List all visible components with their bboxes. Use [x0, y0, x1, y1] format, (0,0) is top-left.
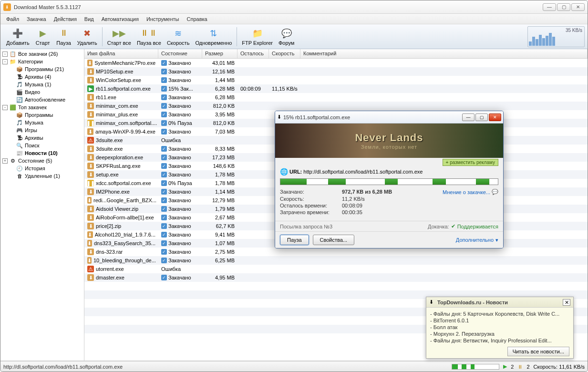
maximize-button[interactable]: ▢ — [557, 3, 570, 11]
dialog-minimize[interactable]: — — [462, 114, 475, 121]
news-item[interactable]: - Файлы дня: 5 Карточных Королевств, Dis… — [430, 310, 569, 317]
app-icon: ⬇ — [3, 3, 11, 11]
toolbar-separator — [102, 27, 103, 46]
toolbar-Удалить[interactable]: ✖Удалить — [74, 27, 100, 47]
file-icon: ▶ — [87, 85, 94, 92]
elap-label: Затрачено времени: — [280, 209, 342, 215]
toolbar-Пауза все[interactable]: ⏸⏸Пауза все — [134, 27, 164, 47]
status-icon: ✓ — [161, 163, 167, 169]
tree-item[interactable]: +⚙Состояние (5) — [1, 157, 83, 165]
table-row[interactable]: ⚠utorrent.exeОшибка — [84, 265, 588, 273]
menu-Файл[interactable]: Файл — [2, 15, 23, 23]
tree-item[interactable]: 🎬Видео — [1, 88, 83, 96]
table-row[interactable]: ▶rb11.softportal.com.exe✓15% Зак...6,28 … — [84, 84, 588, 93]
news-popup[interactable]: ⬇ TopDownloads.ru - Новости ✕ - Файлы дн… — [426, 297, 574, 359]
toolbar-Одновременно[interactable]: ⇅Одновременно — [192, 27, 235, 47]
menu-Действия[interactable]: Действия — [50, 15, 81, 23]
toolbar-Старт все[interactable]: ▶▶Старт все — [104, 27, 134, 47]
table-row[interactable]: ⬇dns-323.rar✓Закачано2,75 MB — [84, 248, 588, 256]
column-header[interactable]: Комментарий — [300, 49, 588, 58]
column-header[interactable]: Скорость — [269, 49, 300, 58]
menu-Закачка[interactable]: Закачка — [23, 15, 50, 23]
download-dialog[interactable]: ⬇ 15% rb11.softportal.com.exe — ▢ ✕ Neve… — [275, 111, 504, 248]
pause-button[interactable]: Пауза — [280, 235, 309, 245]
tree-item[interactable]: 🔄Автообновление — [1, 96, 83, 103]
tree-icon: 🎵 — [16, 81, 23, 88]
play-status-icon: ▶ — [503, 363, 507, 370]
tree-item[interactable]: 🎮Игры — [1, 126, 83, 134]
table-row[interactable]: ⬇minimax_com.exe✓Закачано812,0 KB — [84, 102, 588, 110]
news-item[interactable]: - Файлы дня: Ветвистик, Inquiry Professi… — [430, 337, 569, 344]
status-count: 2 — [511, 364, 514, 370]
column-header[interactable]: Размер — [202, 49, 237, 58]
status-icon: ✓ — [161, 232, 167, 238]
Форум-icon: 💬 — [281, 28, 292, 39]
expand-icon[interactable]: - — [2, 52, 8, 57]
opinion-link[interactable]: Мнение о закачке...💬 — [443, 189, 498, 195]
column-header[interactable]: Осталось — [237, 49, 269, 58]
properties-button[interactable]: Свойства... — [313, 235, 354, 245]
dialog-titlebar[interactable]: ⬇ 15% rb11.softportal.com.exe — ▢ ✕ — [275, 111, 503, 124]
close-button[interactable]: ✕ — [571, 3, 585, 11]
status-icon: ✓ — [161, 197, 167, 203]
menu-Инструменты[interactable]: Инструменты — [143, 15, 183, 23]
tree-icon: 🗜 — [16, 73, 23, 80]
left-label: Осталось времени: — [280, 203, 342, 208]
toolbar-FTP Explorer[interactable]: 📁FTP Explorer — [239, 27, 276, 47]
ad-banner[interactable]: Never Lands Земли, которых нет — [275, 124, 503, 158]
news-item[interactable]: - Болл атак — [430, 324, 569, 331]
speed-graph: 35 KB/s — [527, 26, 585, 47]
tree-item[interactable]: 🕘История — [1, 165, 83, 172]
tree-item[interactable]: -🟩Топ закачек — [1, 103, 83, 111]
menu-Вид[interactable]: Вид — [81, 15, 98, 23]
column-header[interactable]: Состояние — [158, 49, 202, 58]
table-row[interactable]: ⬇MP10Setup.exe✓Закачано12,16 MB — [84, 67, 588, 76]
expand-icon[interactable]: + — [2, 158, 8, 164]
status-icon: ✓ — [161, 146, 167, 152]
tree-item[interactable]: 📦Программы (21) — [1, 65, 83, 73]
read-all-button[interactable]: Читать все новости... — [507, 347, 569, 356]
status-icon: ✓ — [161, 275, 167, 280]
place-ad-link[interactable]: + разместить рекламу — [443, 159, 498, 166]
more-link[interactable]: Дополнительно▾ — [456, 237, 498, 243]
tree-item[interactable]: -📁Категории — [1, 58, 83, 65]
dialog-maximize[interactable]: ▢ — [475, 114, 488, 121]
resume-label: Докачка: — [428, 224, 449, 229]
tree-item[interactable]: 📦Программы — [1, 111, 83, 119]
table-row-empty — [84, 282, 588, 290]
table-row[interactable]: ⬇10_bleeding_through_de...✓Закачано6,25 … — [84, 256, 588, 265]
table-row[interactable]: ⬇dmaster.exe✓Закачано4,95 MB — [84, 273, 588, 282]
news-item[interactable]: - BitTorrent 6.0.1 — [430, 317, 569, 324]
tree-item[interactable]: 📰Новости (10) — [1, 149, 83, 157]
table-row[interactable]: ⬇WinColorSetup.exe✓Закачано1,44 MB — [84, 76, 588, 84]
status-icon: ✓ — [161, 215, 167, 220]
status-pause-count: 2 — [526, 364, 529, 370]
table-row[interactable]: ⬇SystemMechanic7Pro.exe✓Закачано43,01 MB — [84, 59, 588, 67]
toolbar-Добавить[interactable]: ➕Добавить — [3, 27, 32, 47]
news-item[interactable]: - Морхухн 2. Перезагрузка — [430, 331, 569, 337]
news-close[interactable]: ✕ — [563, 299, 570, 306]
menu-Справка[interactable]: Справка — [183, 15, 211, 23]
dialog-close[interactable]: ✕ — [489, 114, 501, 121]
tree-item[interactable]: 🎵Музыка — [1, 119, 83, 126]
Пауза все-icon: ⏸⏸ — [143, 28, 155, 39]
expand-icon[interactable]: - — [2, 59, 8, 64]
toolbar-Старт[interactable]: ▶Старт — [32, 27, 53, 47]
toolbar-Форум[interactable]: 💬Форум — [276, 27, 297, 47]
file-icon: ⬇ — [87, 128, 93, 135]
tree-item[interactable]: 🗜Архивы — [1, 134, 83, 142]
titlebar[interactable]: ⬇ Download Master 5.5.3.1127 — ▢ ✕ — [0, 0, 588, 14]
toolbar-Пауза[interactable]: ⏸Пауза — [53, 27, 74, 47]
tree-icon: 🎬 — [16, 89, 23, 95]
tree-item[interactable]: 🎵Музыка (1) — [1, 81, 83, 88]
tree-item[interactable]: -📋Все закачки (26) — [1, 50, 83, 58]
menu-Автоматизация[interactable]: Автоматизация — [98, 15, 143, 23]
tree-item[interactable]: 🗑Удаленные (1) — [1, 172, 83, 180]
minimize-button[interactable]: — — [543, 3, 556, 11]
toolbar-Скорость[interactable]: ≋Скорость — [164, 27, 193, 47]
column-header[interactable]: Имя файла — [84, 49, 158, 58]
tree-item[interactable]: 🔍Поиск — [1, 142, 83, 149]
tree-item[interactable]: 🗜Архивы (4) — [1, 73, 83, 81]
table-row[interactable]: ⬇rb11.exe✓Закачано6,28 MB — [84, 93, 588, 102]
expand-icon[interactable]: - — [2, 105, 8, 110]
